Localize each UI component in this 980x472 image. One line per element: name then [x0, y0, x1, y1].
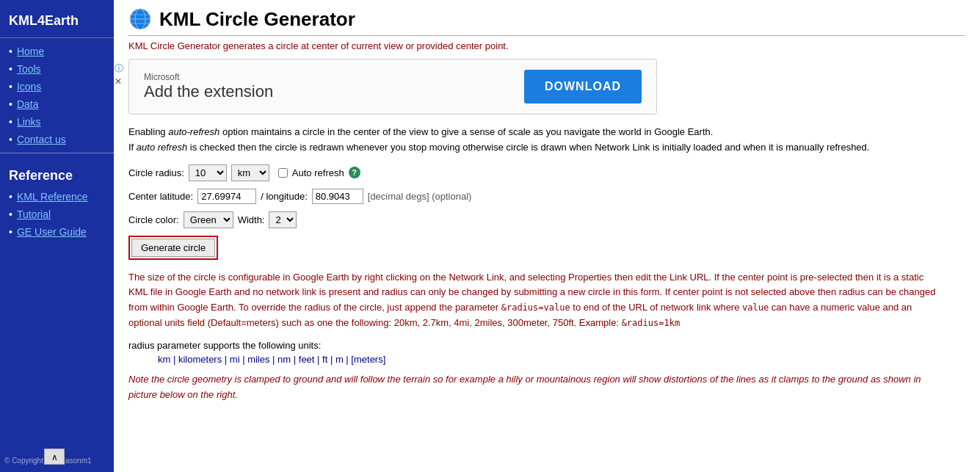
scroll-up-arrow[interactable]: ∧ — [44, 449, 65, 465]
sidebar-item-data[interactable]: Data — [0, 95, 114, 113]
sidebar-nav: Home Tools Icons Data Links Contact us — [0, 43, 114, 148]
sidebar-item-icons[interactable]: Icons — [0, 78, 114, 95]
sidebar-link-tools[interactable]: Tools — [17, 63, 41, 75]
sidebar-item-kml-reference[interactable]: KML Reference — [0, 188, 114, 206]
units-list: km | kilometers | mi | miles | nm | feet… — [158, 354, 965, 365]
latitude-input[interactable]: 27.69974 — [197, 189, 256, 204]
ad-banner: ⓘ ✕ Microsoft Add the extension DOWNLOAD — [128, 59, 657, 115]
page-subtitle: KML Circle Generator generates a circle … — [128, 40, 965, 51]
main-content: KML Circle Generator KML Circle Generato… — [114, 0, 980, 472]
sidebar-item-tools[interactable]: Tools — [0, 60, 114, 78]
sidebar-item-links[interactable]: Links — [0, 113, 114, 131]
help-icon[interactable]: ? — [349, 167, 360, 178]
sidebar-item-contact[interactable]: Contact us — [0, 131, 114, 148]
info-text: The size of the circle is configurable i… — [128, 270, 936, 331]
auto-refresh-checkbox[interactable] — [278, 168, 288, 178]
ad-download-button[interactable]: DOWNLOAD — [524, 70, 642, 104]
sidebar-link-tutorial[interactable]: Tutorial — [17, 208, 51, 220]
description-line1: Enabling auto-refresh option maintains a… — [128, 126, 713, 137]
sidebar-link-kml-reference[interactable]: KML Reference — [17, 191, 88, 203]
radius-label: Circle radius: — [128, 167, 184, 178]
color-label: Circle color: — [128, 214, 179, 225]
longitude-input[interactable]: 80.9043 — [312, 189, 363, 204]
description-line2: If auto refresh is checked then the circ… — [128, 142, 869, 153]
ad-info-icon[interactable]: ⓘ — [115, 62, 123, 75]
color-select[interactable]: Green Red Blue Yellow White — [184, 211, 233, 228]
sidebar-link-icons[interactable]: Icons — [17, 81, 41, 92]
sidebar: KML4Earth Home Tools Icons Data Links Co… — [0, 0, 114, 472]
lat-label: Center latitude: — [128, 191, 193, 202]
description-block: Enabling auto-refresh option maintains a… — [128, 125, 936, 156]
page-title-text: KML Circle Generator — [159, 8, 355, 31]
unit-m: m — [335, 354, 344, 365]
sidebar-item-home[interactable]: Home — [0, 43, 114, 60]
info-text-content: The size of the circle is configurable i… — [128, 272, 935, 328]
width-label: Width: — [238, 214, 265, 225]
sidebar-divider — [0, 153, 114, 153]
ad-banner-left: Microsoft Add the extension — [144, 72, 273, 101]
lon-label: / longitude: — [261, 191, 308, 202]
ad-provider: Microsoft — [144, 72, 273, 82]
sidebar-link-ge-user-guide[interactable]: GE User Guide — [17, 226, 87, 238]
earth-icon — [128, 7, 152, 31]
ad-title: Add the extension — [144, 82, 273, 101]
unit-mi: mi — [230, 354, 240, 365]
note-text: Note the circle geometry is clamped to g… — [128, 372, 936, 403]
page-title-container: KML Circle Generator — [128, 7, 965, 36]
generate-button-wrapper: Generate circle — [128, 236, 218, 260]
unit-select[interactable]: km mi nm feet ft m — [231, 164, 269, 181]
sidebar-item-tutorial[interactable]: Tutorial — [0, 206, 114, 223]
unit-feet: feet — [299, 354, 315, 365]
ad-icons: ⓘ ✕ — [115, 62, 123, 87]
sidebar-reference-title: Reference — [0, 158, 114, 188]
generate-circle-button[interactable]: Generate circle — [131, 239, 215, 257]
sidebar-link-home[interactable]: Home — [17, 46, 44, 57]
sidebar-title: KML4Earth — [0, 7, 114, 38]
radius-select[interactable]: 10 5 20 50 100 — [189, 164, 227, 181]
unit-km: km — [158, 354, 170, 365]
sidebar-link-contact[interactable]: Contact us — [17, 134, 66, 145]
unit-miles: miles — [247, 354, 269, 365]
unit-kilometers: kilometers — [178, 354, 222, 365]
auto-refresh-label: Auto refresh — [292, 167, 344, 178]
units-intro: radius parameter supports the following … — [128, 340, 321, 351]
latlon-row: Center latitude: 27.69974 / longitude: 8… — [128, 189, 965, 204]
sidebar-item-ge-user-guide[interactable]: GE User Guide — [0, 223, 114, 241]
sidebar-link-data[interactable]: Data — [17, 98, 39, 110]
width-select[interactable]: 1 2 3 4 — [269, 211, 297, 228]
radius-row: Circle radius: 10 5 20 50 100 km mi nm f… — [128, 164, 965, 181]
color-row: Circle color: Green Red Blue Yellow Whit… — [128, 211, 965, 228]
units-section: radius parameter supports the following … — [128, 340, 965, 365]
unit-nm: nm — [277, 354, 291, 365]
unit-meters: [meters] — [351, 354, 385, 365]
optional-text: [decimal degs] (optional) — [368, 191, 472, 202]
sidebar-link-links[interactable]: Links — [17, 116, 41, 128]
ad-close-icon[interactable]: ✕ — [115, 76, 123, 87]
